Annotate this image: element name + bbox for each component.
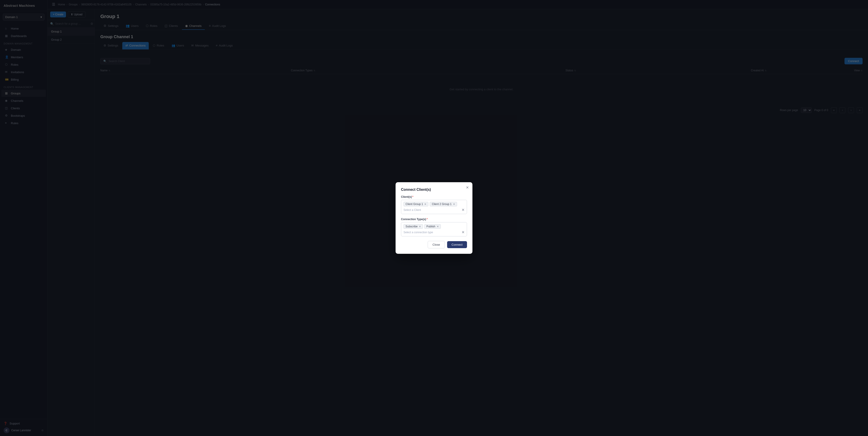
remove-client-2-button[interactable]: ✕ <box>453 203 455 206</box>
client-chip-1: Client Group 1 ✕ <box>403 202 428 206</box>
clients-placeholder: Select a Client <box>403 208 421 211</box>
client-chip-label: Client Group 1 <box>405 203 423 206</box>
connection-type-label: Publish <box>426 225 435 228</box>
modal-close-button[interactable]: ✕ <box>466 186 469 190</box>
connection-types-chips-input[interactable]: Subscribe ✕ Publish ✕ Select a connectio… <box>401 222 467 236</box>
modal-clients-section: Client(s)* Client Group 1 ✕ Client 2 Gro… <box>401 195 467 214</box>
client-chip-2: Client 2 Group 1 ✕ <box>430 202 457 206</box>
connection-type-chip-subscribe: Subscribe ✕ <box>403 224 423 229</box>
connection-type-label: Subscribe <box>405 225 417 228</box>
modal-title: Connect Client(s) <box>401 188 467 192</box>
required-indicator: * <box>427 217 428 221</box>
clients-label: Client(s)* <box>401 195 467 198</box>
connection-types-label: Connection Type(s)* <box>401 217 467 221</box>
remove-subscribe-button[interactable]: ✕ <box>419 225 421 228</box>
clients-chips-input[interactable]: Client Group 1 ✕ Client 2 Group 1 ✕ Sele… <box>401 200 467 214</box>
client-chip-label: Client 2 Group 1 <box>432 203 452 206</box>
modal: Connect Client(s) ✕ Client(s)* Client Gr… <box>396 182 472 254</box>
required-indicator: * <box>412 195 413 198</box>
modal-overlay[interactable]: Connect Client(s) ✕ Client(s)* Client Gr… <box>0 0 868 436</box>
remove-publish-button[interactable]: ✕ <box>437 225 439 228</box>
connection-type-chip-publish: Publish ✕ <box>424 224 440 229</box>
connection-types-placeholder: Select a connection type <box>403 231 433 234</box>
modal-connect-button[interactable]: Connect <box>447 241 467 248</box>
modal-footer: Close Connect <box>401 241 467 248</box>
remove-client-1-button[interactable]: ✕ <box>424 203 426 206</box>
clear-clients-button[interactable]: ✕ <box>462 208 465 212</box>
clear-connection-types-button[interactable]: ✕ <box>462 230 465 234</box>
modal-cancel-button[interactable]: Close <box>428 241 445 248</box>
modal-connection-types-section: Connection Type(s)* Subscribe ✕ Publish … <box>401 217 467 236</box>
